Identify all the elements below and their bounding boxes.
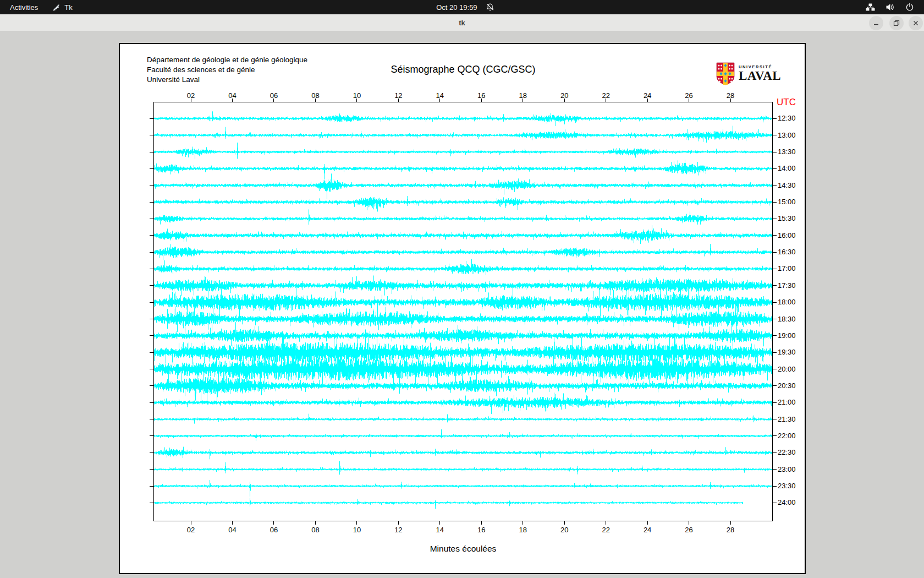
x-tick-label-bottom: 24 <box>644 526 651 534</box>
row-tick-right <box>773 419 777 419</box>
row-tick-right <box>773 252 777 253</box>
utc-time-label: 20:00 <box>778 365 796 373</box>
volume-icon[interactable] <box>886 3 895 12</box>
row-tick-right <box>773 302 777 303</box>
utc-time-label: 19:30 <box>778 348 796 356</box>
app-menu-label: Tk <box>64 3 72 12</box>
x-tick-label-bottom: 10 <box>353 526 361 534</box>
x-tick-label-bottom: 26 <box>685 526 692 534</box>
utc-time-label: 15:00 <box>778 198 796 206</box>
close-button[interactable] <box>909 16 923 30</box>
row-tick-right <box>773 452 777 453</box>
row-tick-right <box>773 402 777 403</box>
row-tick-right <box>773 202 777 203</box>
row-tick-right <box>773 235 777 236</box>
row-tick-right <box>773 118 777 119</box>
row-tick-right <box>773 219 777 219</box>
row-tick-left <box>150 503 153 503</box>
row-tick-right <box>773 168 777 169</box>
system-top-bar: Activities Tk <box>0 0 924 14</box>
x-tick-label-bottom: 22 <box>602 526 609 534</box>
x-tick-label-top: 20 <box>560 91 568 100</box>
row-tick-left <box>150 452 153 453</box>
x-tick-label-top: 10 <box>353 91 361 100</box>
x-tick-label-top: 18 <box>519 91 527 100</box>
x-tick-label-bottom: 04 <box>228 526 236 534</box>
utc-time-label: 15:30 <box>778 214 796 222</box>
x-tick-bottom <box>439 521 440 525</box>
chart-title: Séismographe QCQ (CGC/GSC) <box>153 64 773 75</box>
row-tick-left <box>150 385 153 386</box>
utc-time-label: 21:30 <box>778 415 796 423</box>
clock-label: Oct 20 19:59 <box>436 3 477 12</box>
utc-time-label: 12:30 <box>778 114 796 122</box>
x-axis-label: Minutes écoulées <box>153 544 773 554</box>
x-tick-label-bottom: 16 <box>477 526 485 534</box>
x-tick-bottom <box>606 521 606 525</box>
x-tick-label-top: 12 <box>394 91 402 100</box>
row-tick-right <box>773 269 777 269</box>
maximize-button[interactable] <box>889 16 904 30</box>
row-tick-right <box>773 185 777 186</box>
clock-button[interactable]: Oct 20 19:59 <box>436 0 477 14</box>
activities-button[interactable]: Activities <box>10 0 38 14</box>
tk-feather-icon <box>52 3 61 12</box>
x-tick-label-bottom: 20 <box>560 526 568 534</box>
desktop: Activities Tk <box>0 0 924 578</box>
utc-time-label: 17:30 <box>778 281 796 290</box>
x-tick-label-top: 14 <box>436 91 444 100</box>
row-tick-left <box>150 369 153 369</box>
x-tick-label-top: 04 <box>228 91 236 100</box>
x-tick-label-bottom: 18 <box>519 526 527 534</box>
utc-axis-label: UTC <box>777 97 796 108</box>
x-tick-bottom <box>689 521 689 525</box>
utc-time-label: 20:30 <box>778 381 796 390</box>
x-tick-bottom <box>647 521 648 525</box>
row-tick-right <box>773 385 777 386</box>
minimize-button[interactable] <box>869 16 883 30</box>
utc-time-label: 18:30 <box>778 315 796 323</box>
x-tick-bottom <box>398 521 399 525</box>
row-tick-right <box>773 335 777 336</box>
utc-time-label: 22:30 <box>778 448 796 456</box>
row-tick-left <box>150 285 153 286</box>
universite-laval-logo: UNIVERSITÉ LAVAL <box>716 62 781 88</box>
x-tick-bottom <box>191 521 191 525</box>
utc-time-label: 19:00 <box>778 331 796 340</box>
row-tick-left <box>150 168 153 169</box>
row-tick-left <box>150 152 153 152</box>
row-tick-left <box>150 135 153 135</box>
x-tick-bottom <box>356 521 357 525</box>
seismograph-canvas: Département de géologie et de génie géol… <box>119 43 806 574</box>
x-tick-label-top: 24 <box>644 91 651 100</box>
x-tick-label-top: 06 <box>270 91 278 100</box>
x-tick-bottom <box>564 521 565 525</box>
row-tick-left <box>150 219 153 219</box>
row-tick-left <box>150 235 153 236</box>
row-tick-left <box>150 202 153 203</box>
utc-time-label: 24:00 <box>778 498 796 506</box>
window-titlebar[interactable]: tk <box>0 14 924 32</box>
power-icon[interactable] <box>905 3 914 12</box>
logo-laval-text: LAVAL <box>739 69 781 82</box>
row-tick-left <box>150 185 153 186</box>
x-tick-bottom <box>481 521 482 525</box>
utc-time-label: 23:00 <box>778 465 796 473</box>
x-tick-label-bottom: 08 <box>311 526 319 534</box>
network-icon[interactable] <box>866 3 875 12</box>
utc-time-label: 13:00 <box>778 131 796 139</box>
x-tick-label-top: 26 <box>685 91 692 100</box>
x-tick-bottom <box>232 521 233 525</box>
utc-time-label: 16:00 <box>778 231 796 239</box>
x-tick-label-top: 16 <box>477 91 485 100</box>
utc-time-label: 14:00 <box>778 164 796 172</box>
helicorder-plot <box>153 102 773 521</box>
x-tick-bottom <box>315 521 316 525</box>
row-tick-left <box>150 302 153 303</box>
utc-time-label: 13:30 <box>778 148 796 156</box>
row-tick-right <box>773 486 777 487</box>
x-tick-label-bottom: 14 <box>436 526 444 534</box>
row-tick-right <box>773 152 777 152</box>
laval-shield-icon <box>716 62 735 88</box>
app-menu[interactable]: Tk <box>52 0 72 14</box>
